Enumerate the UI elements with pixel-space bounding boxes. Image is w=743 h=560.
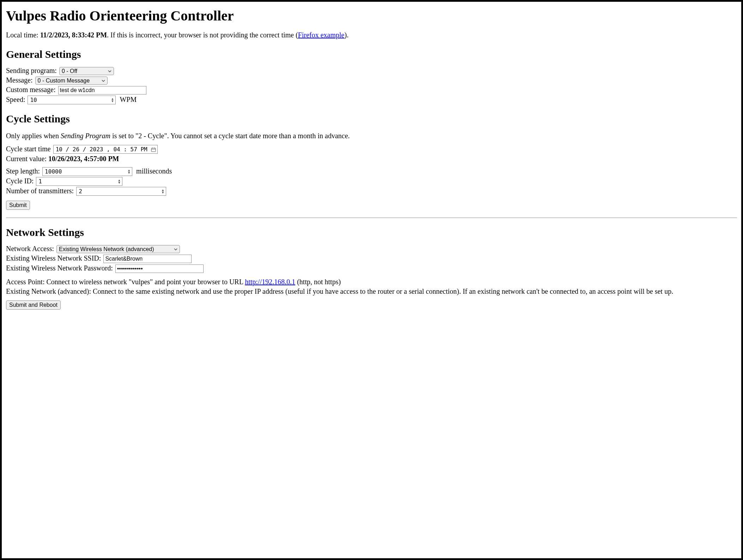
step-length-input[interactable]	[44, 168, 116, 176]
ssid-label: Existing Wireless Network SSID:	[6, 254, 101, 262]
submit-button[interactable]: Submit	[6, 201, 30, 210]
stepper-icon[interactable]: ▲▼	[161, 189, 164, 194]
ap-url-link[interactable]: http://192.168.0.1	[245, 278, 295, 286]
speed-input[interactable]	[29, 96, 100, 104]
network-access-label: Network Access:	[6, 245, 54, 252]
submit-reboot-button[interactable]: Submit and Reboot	[6, 300, 61, 310]
cycle-note-post: is set to "2 - Cycle". You cannot set a …	[110, 132, 350, 140]
stepper-icon[interactable]: ▲▼	[111, 98, 114, 103]
network-access-select[interactable]: Existing Wireless Network (advanced)	[56, 245, 180, 253]
n-transmitters-label: Number of transmitters:	[6, 187, 74, 195]
ssid-input[interactable]	[103, 255, 192, 263]
local-time-after-link: ).	[344, 31, 349, 39]
sending-program-select[interactable]: 0 - Off	[59, 67, 114, 75]
ap-help-post: (http, not https)	[295, 278, 341, 286]
sending-program-label: Sending program:	[6, 67, 57, 74]
step-length-label: Step length:	[6, 167, 40, 175]
local-time-label: Local time:	[6, 31, 40, 39]
local-time-line: Local time: 11/2/2023, 8:33:42 PM. If th…	[6, 30, 737, 40]
general-settings-heading: General Settings	[6, 48, 737, 60]
stepper-icon[interactable]: ▲▼	[117, 179, 121, 184]
local-time-value: 11/2/2023, 8:33:42 PM	[40, 31, 107, 39]
cycle-start-time-input[interactable]: 10 / 26 / 2023 , 04 : 57 PM	[53, 145, 158, 154]
existing-network-help: Existing Network (advanced): Connect to …	[6, 287, 673, 295]
calendar-icon[interactable]	[151, 147, 156, 152]
ap-help-pre: Access Point: Connect to wireless networ…	[6, 278, 245, 286]
cycle-start-time-value: 10 / 26 / 2023 , 04 : 57 PM	[55, 145, 148, 153]
cycle-id-label: Cycle ID:	[6, 177, 34, 185]
message-select[interactable]: 0 - Custom Message	[35, 77, 108, 85]
step-length-unit: milliseconds	[136, 167, 172, 175]
stepper-icon[interactable]: ▲▼	[127, 169, 131, 174]
local-time-suffix: . If this is incorrect, your browser is …	[107, 31, 298, 39]
cycle-note: Only applies when Sending Program is set…	[6, 131, 737, 141]
wifi-password-label: Existing Wireless Network Password:	[6, 264, 113, 272]
page-title: Vulpes Radio Orienteering Controller	[6, 7, 737, 24]
cycle-start-time-label: Cycle start time	[6, 145, 51, 153]
speed-unit: WPM	[120, 96, 137, 103]
cycle-note-pre: Only applies when	[6, 132, 61, 140]
n-transmitters-input[interactable]	[78, 187, 150, 195]
network-settings-heading: Network Settings	[6, 226, 737, 238]
cycle-note-em: Sending Program	[61, 132, 110, 140]
wifi-password-input[interactable]	[115, 264, 204, 273]
message-label: Message:	[6, 76, 33, 84]
custom-message-label: Custom message:	[6, 86, 56, 93]
custom-message-input[interactable]	[58, 86, 146, 95]
firefox-example-link[interactable]: Firefox example	[298, 31, 345, 39]
cycle-settings-heading: Cycle Settings	[6, 113, 737, 125]
current-value: 10/26/2023, 4:57:00 PM	[48, 155, 119, 163]
svg-rect-0	[151, 148, 156, 152]
divider	[6, 218, 737, 218]
speed-label: Speed:	[6, 96, 25, 103]
network-help: Access Point: Connect to wireless networ…	[6, 277, 737, 296]
cycle-id-input[interactable]	[38, 177, 108, 185]
current-value-label: Current value:	[6, 155, 48, 163]
